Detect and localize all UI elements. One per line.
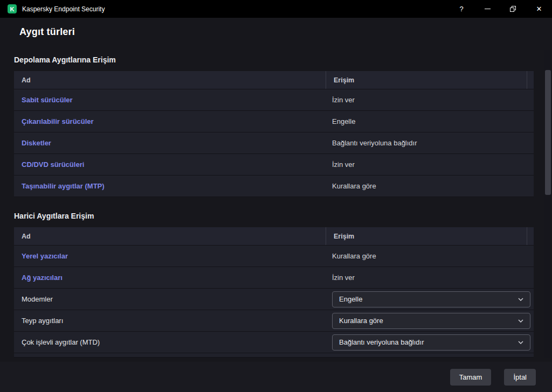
access-select[interactable]: Bağlantı veriyoluna bağlıdır bbox=[332, 334, 530, 351]
column-header-name: Ad bbox=[14, 227, 326, 245]
table-row: Teyp aygıtlarıKurallara göre bbox=[14, 310, 534, 331]
table-row: Çıkarılabilir sürücülerEngelle bbox=[14, 110, 534, 132]
access-cell: İzin ver bbox=[326, 89, 534, 110]
scrollbar[interactable] bbox=[544, 50, 551, 358]
access-cell: Bağlantı veriyoluna bağlıdır bbox=[326, 332, 534, 353]
table-header-row: AdErişim bbox=[14, 227, 534, 245]
access-cell: Engelle bbox=[326, 111, 534, 132]
access-cell: Kurallara göre bbox=[326, 246, 534, 267]
device-name: Teyp aygıtları bbox=[22, 317, 63, 325]
table-row: CD/DVD sürücüleriİzin ver bbox=[14, 153, 534, 175]
device-link[interactable]: CD/DVD sürücüleri bbox=[22, 160, 84, 169]
device-link[interactable]: Yerel yazıcılar bbox=[22, 252, 68, 260]
access-cell: Kurallara göre bbox=[326, 310, 534, 331]
section: Depolama Aygıtlarına ErişimAdErişimSabit… bbox=[14, 55, 538, 197]
clipped-row bbox=[14, 353, 534, 357]
column-header-sliver bbox=[527, 71, 534, 89]
device-name-cell: Taşınabilir aygıtlar (MTP) bbox=[14, 176, 326, 197]
section: Harici Aygıtlara ErişimAdErişimYerel yaz… bbox=[14, 212, 538, 358]
device-name-cell: Ağ yazıcıları bbox=[14, 267, 326, 288]
scrollbar-thumb[interactable] bbox=[545, 70, 551, 195]
access-cell: Engelle bbox=[326, 289, 534, 310]
device-name-cell: Çıkarılabilir sürücüler bbox=[14, 111, 326, 132]
access-value: Kurallara göre bbox=[332, 252, 376, 260]
device-name-cell: Teyp aygıtları bbox=[14, 310, 326, 331]
restore-icon bbox=[510, 6, 516, 12]
device-name: Çok işlevli aygıtlar (MTD) bbox=[22, 338, 100, 346]
device-name-cell: Çok işlevli aygıtlar (MTD) bbox=[14, 332, 326, 353]
page-title: Aygıt türleri bbox=[19, 26, 552, 38]
device-name-cell: Disketler bbox=[14, 132, 326, 153]
access-select-value: Bağlantı veriyoluna bağlıdır bbox=[339, 338, 424, 346]
column-header-name: Ad bbox=[14, 71, 326, 89]
access-value: Engelle bbox=[332, 117, 355, 125]
column-header-sliver bbox=[527, 227, 534, 245]
chevron-down-icon bbox=[518, 298, 523, 301]
help-icon: ? bbox=[459, 5, 463, 13]
access-select-value: Kurallara göre bbox=[339, 317, 383, 325]
minimize-icon bbox=[485, 9, 491, 9]
table-row: Çok işlevli aygıtlar (MTD)Bağlantı veriy… bbox=[14, 331, 534, 353]
kaspersky-logo-icon: K bbox=[8, 4, 17, 13]
footer: Tamam İptal bbox=[0, 362, 552, 392]
device-name-cell: Modemler bbox=[14, 289, 326, 310]
table-row: Ağ yazıcılarıİzin ver bbox=[14, 267, 534, 288]
device-link[interactable]: Disketler bbox=[22, 139, 51, 147]
device-name-cell: Sabit sürücüler bbox=[14, 89, 326, 110]
table-row: DisketlerBağlantı veriyoluna bağlıdır bbox=[14, 132, 534, 153]
access-select[interactable]: Kurallara göre bbox=[332, 313, 530, 329]
help-button[interactable]: ? bbox=[448, 0, 474, 18]
access-cell: İzin ver bbox=[326, 154, 534, 175]
minimize-button[interactable] bbox=[474, 0, 500, 18]
device-name-cell: CD/DVD sürücüleri bbox=[14, 154, 326, 175]
access-value: İzin ver bbox=[332, 274, 355, 282]
table-header-row: AdErişim bbox=[14, 71, 534, 89]
device-name-cell: Yerel yazıcılar bbox=[14, 246, 326, 267]
access-value: Bağlantı veriyoluna bağlıdır bbox=[332, 139, 417, 147]
window-controls: ? ✕ bbox=[448, 0, 552, 18]
window-title: Kaspersky Endpoint Security bbox=[22, 5, 105, 13]
device-tables: Depolama Aygıtlarına ErişimAdErişimSabit… bbox=[14, 55, 538, 358]
close-icon: ✕ bbox=[536, 5, 542, 13]
device-name: Modemler bbox=[22, 295, 53, 303]
section-heading: Harici Aygıtlara Erişim bbox=[14, 212, 538, 220]
column-header-access: Erişim bbox=[326, 227, 527, 245]
access-cell: Bağlantı veriyoluna bağlıdır bbox=[326, 132, 534, 153]
device-table: AdErişimYerel yazıcılarKurallara göreAğ … bbox=[14, 227, 534, 358]
close-button[interactable]: ✕ bbox=[526, 0, 552, 18]
ok-button[interactable]: Tamam bbox=[450, 369, 492, 386]
table-row: Sabit sürücülerİzin ver bbox=[14, 89, 534, 110]
maximize-button[interactable] bbox=[500, 0, 526, 18]
table-row: ModemlerEngelle bbox=[14, 288, 534, 310]
device-link[interactable]: Ağ yazıcıları bbox=[22, 274, 63, 282]
table-row: Taşınabilir aygıtlar (MTP)Kurallara göre bbox=[14, 175, 534, 197]
access-value: İzin ver bbox=[332, 96, 355, 104]
device-link[interactable]: Çıkarılabilir sürücüler bbox=[22, 117, 94, 125]
cancel-button[interactable]: İptal bbox=[504, 369, 536, 386]
device-link[interactable]: Taşınabilir aygıtlar (MTP) bbox=[22, 182, 105, 190]
access-select-value: Engelle bbox=[339, 295, 362, 303]
access-cell: İzin ver bbox=[326, 267, 534, 288]
chevron-down-icon bbox=[518, 341, 523, 344]
section-heading: Depolama Aygıtlarına Erişim bbox=[14, 55, 538, 64]
access-value: İzin ver bbox=[332, 160, 355, 169]
chevron-down-icon bbox=[518, 319, 523, 323]
column-header-access: Erişim bbox=[326, 71, 527, 89]
access-cell: Kurallara göre bbox=[326, 176, 534, 197]
table-row: Yerel yazıcılarKurallara göre bbox=[14, 245, 534, 267]
device-table: AdErişimSabit sürücülerİzin verÇıkarılab… bbox=[14, 71, 534, 197]
access-select[interactable]: Engelle bbox=[332, 291, 530, 307]
device-link[interactable]: Sabit sürücüler bbox=[22, 96, 73, 104]
access-value: Kurallara göre bbox=[332, 182, 376, 190]
titlebar: K Kaspersky Endpoint Security ? ✕ bbox=[0, 0, 552, 18]
